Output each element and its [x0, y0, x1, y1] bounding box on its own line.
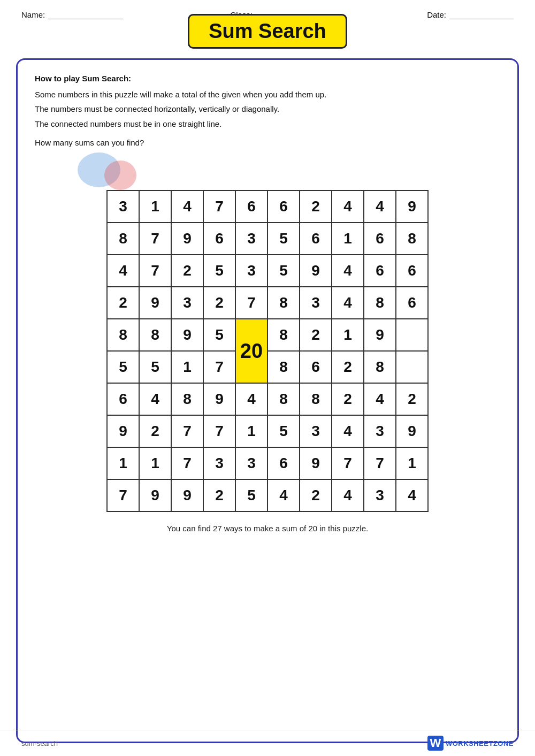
bottom-right-logo: W WORKSHEETZONE: [427, 736, 514, 751]
grid-cell: 6: [396, 287, 428, 319]
grid-cell: 1: [139, 447, 171, 479]
grid-cell: 6: [268, 190, 300, 223]
grid-cell: 3: [364, 415, 396, 447]
grid-cell: 6: [300, 223, 332, 255]
grid-cell: [396, 351, 428, 383]
grid-cell: 8: [139, 319, 171, 351]
grid-cell: 7: [332, 447, 364, 479]
grid-cell: 2: [300, 479, 332, 511]
grid-cell: 7: [203, 415, 235, 447]
grid-cell: 7: [203, 351, 235, 383]
footer-note: You can find 27 ways to make a sum of 20…: [35, 524, 500, 533]
grid-cell: 8: [268, 351, 300, 383]
grid-cell: 3: [235, 223, 268, 255]
grid-cell: 6: [268, 447, 300, 479]
grid-cell: 6: [235, 190, 268, 223]
grid-cell: 2: [396, 383, 428, 415]
grid-cell: 3: [171, 287, 203, 319]
grid-cell: 4: [332, 287, 364, 319]
grid-cell: 1: [235, 415, 268, 447]
how-to-title: How to play Sum Search:: [35, 72, 500, 86]
grid-cell: 6: [364, 223, 396, 255]
grid-cell: 7: [171, 447, 203, 479]
date-field: Date:: [427, 10, 514, 19]
bottom-left-label: sum-search: [21, 739, 58, 747]
grid-cell: 4: [235, 383, 268, 415]
instructions-block: How to play Sum Search: Some numbers in …: [35, 72, 500, 131]
grid-cell: 3: [300, 287, 332, 319]
grid-cell: 5: [235, 479, 268, 511]
main-box: How to play Sum Search: Some numbers in …: [16, 58, 519, 743]
grid-cell: 1: [139, 190, 171, 223]
grid-cell: 9: [107, 415, 139, 447]
grid-cell: 7: [171, 415, 203, 447]
grid-cell: 4: [332, 415, 364, 447]
grid-cell: 9: [203, 383, 235, 415]
grid-cell: 20: [235, 319, 268, 383]
worksheetzone-logo: W WORKSHEETZONE: [427, 736, 514, 751]
page-title: Sum Search: [209, 20, 326, 42]
grid-cell: 8: [364, 287, 396, 319]
grid-cell: 4: [396, 479, 428, 511]
grid-cell: 8: [107, 319, 139, 351]
grid-wrap: 3147662449879635616847253594662932783486…: [35, 190, 500, 512]
blob-container: [35, 152, 500, 185]
grid-cell: 4: [139, 383, 171, 415]
grid-cell: 5: [268, 255, 300, 287]
grid-cell: 7: [203, 190, 235, 223]
grid-cell: 2: [203, 479, 235, 511]
grid-cell: 1: [332, 319, 364, 351]
grid-cell: 8: [171, 383, 203, 415]
grid-cell: 4: [364, 383, 396, 415]
grid-cell: 8: [268, 287, 300, 319]
grid-cell: 6: [300, 351, 332, 383]
grid-cell: 2: [300, 319, 332, 351]
instruction-line3: The connected numbers must be in one str…: [35, 117, 500, 131]
grid-cell: 7: [107, 479, 139, 511]
grid-cell: 3: [235, 255, 268, 287]
name-label: Name:: [21, 10, 45, 19]
name-field: Name:: [21, 10, 123, 19]
grid-cell: 7: [139, 255, 171, 287]
grid-cell: 2: [139, 415, 171, 447]
grid-cell: [396, 319, 428, 351]
grid-cell: 4: [332, 255, 364, 287]
grid-cell: 2: [332, 383, 364, 415]
grid-cell: 9: [139, 479, 171, 511]
grid-cell: 1: [171, 351, 203, 383]
grid-cell: 5: [203, 319, 235, 351]
grid-cell: 6: [396, 255, 428, 287]
grid-cell: 4: [171, 190, 203, 223]
instruction-line1: Some numbers in this puzzle will make a …: [35, 88, 500, 102]
number-grid: 3147662449879635616847253594662932783486…: [106, 190, 429, 512]
grid-cell: 5: [268, 223, 300, 255]
grid-cell: 9: [300, 447, 332, 479]
grid-cell: 4: [268, 479, 300, 511]
grid-cell: 9: [139, 287, 171, 319]
grid-cell: 2: [300, 190, 332, 223]
grid-cell: 3: [364, 479, 396, 511]
grid-cell: 7: [364, 447, 396, 479]
instruction-line2: The numbers must be connected horizontal…: [35, 102, 500, 116]
grid-cell: 3: [300, 415, 332, 447]
grid-cell: 5: [139, 351, 171, 383]
grid-cell: 8: [107, 223, 139, 255]
grid-cell: 4: [332, 479, 364, 511]
grid-cell: 1: [332, 223, 364, 255]
grid-cell: 9: [396, 415, 428, 447]
grid-cell: 2: [171, 255, 203, 287]
bottom-bar: sum-search W WORKSHEETZONE: [0, 730, 535, 756]
grid-cell: 9: [300, 255, 332, 287]
logo-text: WORKSHEETZONE: [446, 739, 514, 747]
title-banner: Sum Search: [188, 14, 347, 49]
grid-cell: 1: [107, 447, 139, 479]
blob-red: [104, 161, 136, 190]
grid-cell: 9: [396, 190, 428, 223]
grid-cell: 6: [203, 223, 235, 255]
grid-cell: 7: [235, 287, 268, 319]
grid-cell: 6: [364, 255, 396, 287]
grid-cell: 3: [203, 447, 235, 479]
question-text: How many sums can you find?: [35, 138, 500, 147]
grid-cell: 3: [107, 190, 139, 223]
grid-cell: 2: [203, 287, 235, 319]
